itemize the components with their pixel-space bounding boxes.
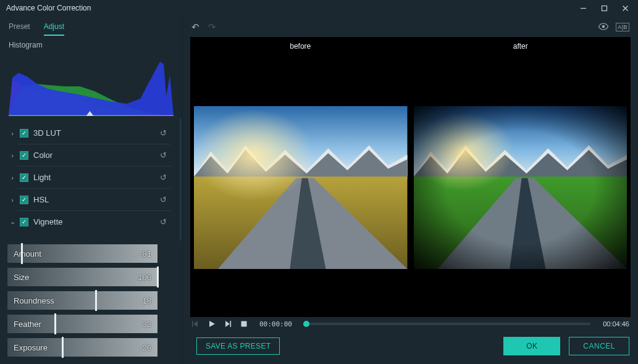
slider-handle[interactable] bbox=[62, 337, 64, 358]
stop-button[interactable] bbox=[240, 320, 248, 328]
sidebar: Preset Adjust Histogram ›✓3D LUT↺›✓Co bbox=[0, 16, 183, 364]
tab-adjust[interactable]: Adjust bbox=[44, 20, 64, 36]
slider-handle[interactable] bbox=[54, 313, 56, 334]
divider bbox=[17, 166, 171, 167]
svg-marker-29 bbox=[225, 321, 230, 327]
sidebar-tabs: Preset Adjust bbox=[0, 16, 182, 36]
compare-labels: before after bbox=[190, 37, 631, 51]
slider-value: 100 bbox=[138, 273, 151, 282]
slider-handle[interactable] bbox=[157, 267, 159, 287]
group-color: ›✓Color↺ bbox=[5, 147, 172, 163]
slider-label: Feather bbox=[14, 320, 41, 329]
save-as-preset-button[interactable]: SAVE AS PRESET bbox=[196, 337, 280, 355]
svg-rect-31 bbox=[241, 321, 247, 327]
checkbox-lut[interactable]: ✓ bbox=[20, 129, 28, 138]
ok-button[interactable]: OK bbox=[503, 337, 560, 355]
slider-value: -81 bbox=[140, 249, 151, 259]
divider bbox=[17, 188, 171, 189]
histogram-label: Histogram bbox=[9, 41, 174, 49]
group-label: HSL bbox=[33, 195, 160, 204]
timeline-track[interactable] bbox=[303, 323, 590, 325]
adjust-group-list: ›✓3D LUT↺›✓Color↺›✓Light↺›✓HSL↺⌄✓Vignett… bbox=[0, 118, 182, 241]
slider-label: Amount bbox=[14, 249, 41, 259]
compare-toggle-icon[interactable]: A|B bbox=[616, 23, 629, 31]
maximize-button[interactable] bbox=[594, 1, 615, 15]
redo-icon: ↷ bbox=[208, 22, 216, 33]
slider-label: Exposure bbox=[14, 343, 48, 352]
timeline-playhead[interactable] bbox=[303, 321, 309, 327]
checkbox-light[interactable]: ✓ bbox=[20, 173, 28, 182]
group-vignette: ⌄✓Vignette↺ bbox=[5, 213, 172, 230]
preview-visibility-icon[interactable] bbox=[598, 22, 608, 32]
group-label: Color bbox=[33, 151, 160, 160]
histogram-section: Histogram bbox=[0, 36, 182, 118]
vignette-sliders: Amount-81Size100Roundness18Feather32Expo… bbox=[0, 241, 182, 364]
group-label: Vignette bbox=[33, 217, 160, 226]
close-button[interactable] bbox=[615, 1, 636, 15]
preview-right-icons: A|B bbox=[598, 22, 629, 32]
svg-marker-28 bbox=[209, 321, 215, 327]
chevron-right-icon[interactable]: › bbox=[7, 130, 17, 137]
svg-rect-17 bbox=[194, 106, 408, 269]
minimize-button[interactable] bbox=[573, 1, 594, 15]
slider-value: 18 bbox=[143, 296, 151, 305]
svg-marker-6 bbox=[9, 62, 174, 116]
compare-images bbox=[190, 51, 631, 317]
reset-icon[interactable]: ↺ bbox=[160, 195, 171, 204]
group-hsl: ›✓HSL↺ bbox=[5, 191, 172, 208]
slider-value: -26 bbox=[140, 343, 151, 352]
duration: 00:04:46 bbox=[603, 320, 629, 328]
window-title: Advance Color Correction bbox=[6, 4, 91, 12]
history-controls: ↶ ↷ bbox=[191, 22, 216, 33]
svg-point-10 bbox=[602, 25, 605, 28]
divider bbox=[17, 144, 171, 144]
footer-buttons: OK CANCEL bbox=[503, 337, 629, 355]
divider bbox=[17, 210, 171, 211]
slider-handle[interactable] bbox=[95, 290, 97, 311]
slider-exposure[interactable]: Exposure-26 bbox=[7, 338, 157, 357]
reset-icon[interactable]: ↺ bbox=[160, 151, 171, 160]
svg-marker-26 bbox=[193, 321, 198, 327]
titlebar: Advance Color Correction bbox=[0, 0, 638, 16]
chevron-right-icon[interactable]: › bbox=[7, 152, 17, 159]
app-root: Advance Color Correction Preset Adjust H… bbox=[0, 0, 638, 364]
prev-frame-button bbox=[191, 320, 200, 328]
slider-feather[interactable]: Feather32 bbox=[7, 315, 157, 333]
tab-preset[interactable]: Preset bbox=[9, 20, 30, 36]
slider-label: Size bbox=[14, 273, 29, 282]
cancel-button[interactable]: CANCEL bbox=[569, 337, 629, 355]
preview-panel: ↶ ↷ A|B before after bbox=[183, 16, 638, 364]
svg-rect-30 bbox=[230, 321, 232, 327]
undo-icon[interactable]: ↶ bbox=[191, 22, 199, 33]
slider-value: 32 bbox=[143, 320, 151, 329]
group-light: ›✓Light↺ bbox=[5, 169, 172, 186]
preview-toolbar: ↶ ↷ A|B bbox=[183, 16, 638, 35]
slider-amount[interactable]: Amount-81 bbox=[7, 244, 157, 263]
reset-icon[interactable]: ↺ bbox=[160, 217, 171, 226]
current-time: 00:00:00 bbox=[259, 320, 292, 328]
after-image bbox=[414, 106, 628, 269]
reset-icon[interactable]: ↺ bbox=[160, 128, 171, 138]
chevron-down-icon[interactable]: ⌄ bbox=[7, 218, 17, 226]
reset-icon[interactable]: ↺ bbox=[160, 173, 171, 182]
group-label: Light bbox=[33, 173, 160, 182]
chevron-right-icon[interactable]: › bbox=[7, 174, 17, 181]
slider-size[interactable]: Size100 bbox=[7, 268, 157, 286]
main-row: Preset Adjust Histogram ›✓3D LUT↺›✓Co bbox=[0, 16, 638, 364]
svg-rect-27 bbox=[192, 321, 193, 327]
checkbox-hsl[interactable]: ✓ bbox=[20, 196, 28, 204]
window-controls bbox=[573, 1, 636, 15]
slider-roundness[interactable]: Roundness18 bbox=[7, 291, 157, 310]
transport-bar: 00:00:00 00:04:46 bbox=[183, 317, 638, 332]
before-image bbox=[194, 106, 408, 269]
next-frame-button[interactable] bbox=[224, 320, 232, 328]
slider-label: Roundness bbox=[14, 296, 54, 305]
chevron-right-icon[interactable]: › bbox=[7, 196, 17, 204]
svg-rect-1 bbox=[602, 6, 607, 10]
group-label: 3D LUT bbox=[33, 128, 160, 138]
compare-view: before after bbox=[190, 37, 631, 317]
checkbox-color[interactable]: ✓ bbox=[20, 151, 28, 160]
play-button[interactable] bbox=[208, 320, 216, 328]
checkbox-vignette[interactable]: ✓ bbox=[20, 218, 28, 226]
svg-rect-25 bbox=[414, 106, 628, 269]
